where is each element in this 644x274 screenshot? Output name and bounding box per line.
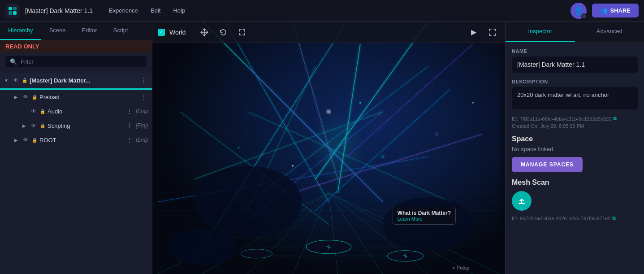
lock-icon-root[interactable]: 🔒 (22, 77, 28, 83)
tree-label-root: [Master] Dark Matter... (30, 77, 138, 84)
nav-item-help[interactable]: Help (168, 4, 190, 17)
svg-line-16 (329, 193, 383, 274)
avatar[interactable]: 👤 (571, 3, 587, 19)
svg-point-43 (194, 166, 302, 238)
svg-line-11 (157, 193, 328, 274)
created-label: Created On: (512, 123, 539, 129)
eye-icon-audio[interactable]: 👁 (30, 107, 38, 115)
tab-advanced[interactable]: Advanced (575, 22, 644, 42)
eye-icon-scripting[interactable]: 👁 (30, 122, 38, 130)
svg-line-41 (157, 157, 428, 202)
description-label: Description (512, 79, 638, 84)
tree-item-root[interactable]: ▼ 👁 🔒 [Master] Dark Matter... ⋮ (0, 73, 152, 87)
svg-line-18 (329, 193, 473, 274)
main-layout: Hierarchy Scene Editor Script READ ONLY … (0, 22, 644, 274)
avatar-badge (581, 13, 587, 19)
app-title: [Master] Dark Matter 1.1 (25, 7, 93, 14)
svg-line-40 (203, 22, 347, 247)
tree-item-root2[interactable]: ▶ 👁 🔒 ROOT ⋮ [Emp (0, 133, 152, 147)
svg-point-50 (327, 110, 330, 113)
left-panel: Hierarchy Scene Editor Script READ ONLY … (0, 22, 152, 274)
lock-icon-root2[interactable]: 🔒 (31, 137, 38, 143)
move-tool-button[interactable] (197, 25, 212, 39)
more-icon-preload[interactable]: ⋮ (139, 92, 148, 101)
description-value[interactable]: 20x20 dark matter w/ art, no anchor (512, 87, 638, 109)
eye-icon-root[interactable]: 👁 (12, 76, 20, 84)
world-checkbox[interactable]: ✓ (158, 29, 165, 36)
filter-row: 🔍 (0, 52, 152, 71)
lock-icon-audio[interactable]: 🔒 (39, 108, 46, 114)
tab-editor[interactable]: Editor (74, 22, 105, 40)
mesh-copy-icon[interactable]: ⧉ (612, 215, 616, 221)
right-tabs: Inspector Advanced (506, 22, 644, 42)
tab-hierarchy[interactable]: Hierarchy (0, 22, 41, 40)
more-icon-root[interactable]: ⋮ (139, 76, 148, 85)
manage-spaces-button[interactable]: MANAGE SPACES (512, 157, 583, 172)
svg-line-15 (329, 193, 338, 274)
share-label: SHARE (610, 7, 631, 14)
space-section: Space No space linked. MANAGE SPACES (512, 135, 638, 172)
eye-icon-root2[interactable]: 👁 (22, 136, 30, 144)
svg-line-27 (225, 22, 328, 202)
refresh-tool-button[interactable] (216, 25, 230, 39)
eye-icon-preload[interactable]: 👁 (22, 93, 30, 101)
svg-line-32 (315, 89, 450, 211)
expand-icon-root[interactable]: ▼ (3, 77, 10, 84)
id-copy-icon[interactable]: ⧉ (613, 116, 617, 122)
svg-point-47 (306, 240, 351, 254)
tree-item-scripting[interactable]: ▶ 👁 🔒 Scripting ⋮ [Emp (0, 118, 152, 133)
space-empty-text: No space linked. (512, 146, 638, 152)
more-icon-root2[interactable]: ⋮ (125, 135, 134, 144)
svg-point-52 (292, 165, 294, 167)
filter-input[interactable] (21, 58, 142, 65)
svg-rect-4 (157, 22, 500, 274)
mesh-id-label: ID: (512, 216, 518, 221)
viewport-tooltip: What is Dark Matter? Learn More (393, 207, 456, 225)
expand-icon-preload[interactable]: ▶ (13, 93, 20, 100)
more-icon-audio[interactable]: ⋮ (125, 107, 134, 116)
svg-point-48 (387, 251, 423, 261)
readonly-banner: READ ONLY (0, 40, 152, 52)
created-value: July 20, 8:05:39 PM (540, 123, 584, 129)
search-icon: 🔍 (10, 58, 17, 65)
world-label: World (169, 29, 186, 36)
fullscreen-button[interactable] (485, 25, 500, 39)
scene-svg (152, 22, 505, 274)
tree-item-preload[interactable]: ▶ 👁 🔒 Preload ⋮ (0, 90, 152, 104)
app-logo (5, 4, 20, 18)
viewport-scene[interactable]: What is Dark Matter? Learn More < Potsp (152, 22, 505, 274)
more-icon-scripting[interactable]: ⋮ (125, 121, 134, 130)
scripting-truncated: [Emp (136, 122, 148, 129)
svg-point-56 (472, 102, 474, 104)
tree-item-audio[interactable]: 👁 🔒 Audio ⋮ [Emp (0, 104, 152, 118)
svg-line-58 (326, 246, 331, 248)
mesh-upload-button[interactable] (512, 191, 532, 211)
description-section: Description 20x20 dark matter w/ art, no… (512, 79, 638, 109)
svg-line-39 (225, 112, 383, 238)
svg-point-45 (167, 229, 239, 265)
svg-rect-0 (9, 7, 12, 10)
tooltip-link[interactable]: Learn More (398, 216, 451, 222)
svg-point-49 (241, 249, 272, 258)
svg-line-31 (180, 112, 329, 224)
tab-inspector[interactable]: Inspector (506, 22, 575, 42)
nav-item-experience[interactable]: Experience (104, 4, 143, 17)
name-value[interactable]: [Master] Dark Matter 1.1 (512, 57, 638, 73)
lock-icon-preload[interactable]: 🔒 (31, 94, 38, 100)
left-tabs-row: Hierarchy Scene Editor Script (0, 22, 152, 40)
share-button[interactable]: 👥 SHARE (592, 4, 639, 17)
expand-icon-scripting[interactable]: ▶ (21, 122, 28, 129)
expand-tool-button[interactable] (235, 25, 249, 39)
lock-icon-scripting[interactable]: 🔒 (39, 122, 46, 129)
play-button[interactable]: ▶ (467, 25, 481, 39)
svg-line-60 (403, 255, 407, 257)
tab-scene[interactable]: Scene (41, 22, 74, 40)
viewport: ✓ World ▶ (152, 22, 505, 274)
expand-icon-root2[interactable]: ▶ (13, 136, 20, 144)
tooltip-title: What is Dark Matter? (398, 210, 451, 216)
top-nav-menu: Experience Edit Help (104, 4, 571, 17)
tab-script[interactable]: Script (105, 22, 136, 40)
svg-line-19 (329, 193, 500, 274)
svg-line-30 (248, 67, 383, 202)
nav-item-edit[interactable]: Edit (145, 4, 166, 17)
